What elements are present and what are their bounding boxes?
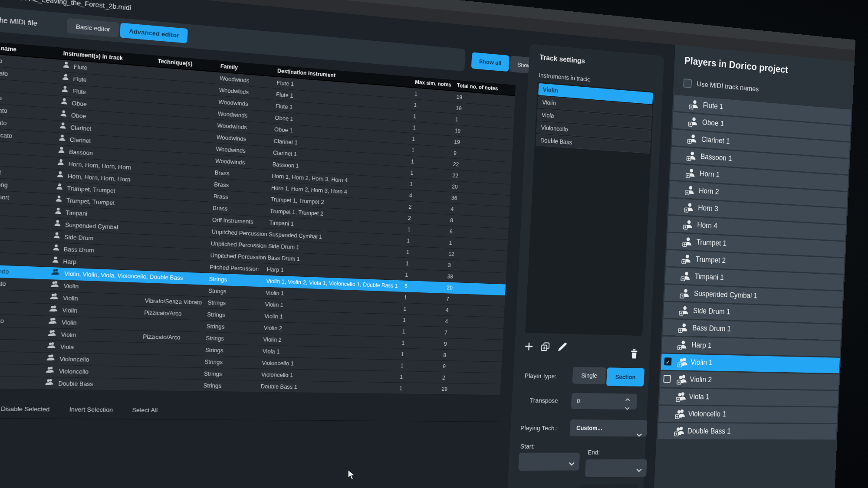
end-dropdown[interactable]	[585, 459, 647, 477]
tab-basic-editor[interactable]: Basic editor	[67, 18, 119, 38]
player-name: Viola 1	[689, 393, 710, 401]
instruments-in-track-label: Instruments in track:	[539, 72, 591, 83]
family: Strings	[205, 344, 263, 357]
technique: Pizzicato/Arco	[142, 331, 206, 344]
midi-track-name: Violins 2 pizz	[0, 326, 48, 341]
group-player-icon	[51, 267, 61, 280]
player-name: Clarinet 1	[701, 135, 730, 146]
player-name: Violin 2	[690, 375, 712, 384]
single-player-icon	[55, 194, 63, 206]
single-player-icon	[52, 243, 60, 255]
technique	[141, 373, 204, 373]
add-instrument-icon[interactable]	[524, 342, 534, 353]
max-sim-notes: 1	[402, 314, 445, 327]
technique	[156, 97, 218, 102]
end-label: End:	[588, 449, 600, 455]
track-settings-title: Track settings	[539, 53, 585, 66]
family: Strings	[206, 321, 264, 334]
stepper-down-icon[interactable]	[625, 404, 630, 411]
column-header-max-sim-notes[interactable]: Max sim. notes	[415, 79, 457, 88]
max-sim-notes: 1	[405, 258, 448, 271]
chevron-down-icon	[569, 460, 575, 468]
instruments-in-track: Violoncello	[46, 353, 142, 367]
max-sim-notes: 1	[399, 383, 442, 394]
family: Strings	[203, 380, 261, 392]
player-list-item[interactable]: Violin 2	[660, 371, 839, 390]
player-name: Bassoon 1	[700, 152, 732, 163]
use-midi-track-names-row: Use MIDI track names	[683, 79, 759, 94]
select-all-button[interactable]: Select All	[132, 406, 158, 413]
invert-selection-button[interactable]: Invert Selection	[69, 406, 113, 413]
mouse-cursor	[347, 469, 357, 481]
player-type-section[interactable]: Section	[606, 367, 644, 386]
family: Strings	[207, 309, 265, 322]
percussion-map-dropdown[interactable]	[578, 484, 638, 488]
single-player-icon	[59, 121, 67, 133]
technique	[149, 217, 212, 220]
technique	[141, 361, 204, 362]
chevron-down-icon	[636, 466, 642, 474]
editor-mode-toggle: Basic editorAdvanced editor	[67, 18, 188, 43]
column-header-total-no-of-notes[interactable]: Total no. of notes	[457, 82, 516, 93]
single-player-icon	[59, 108, 68, 121]
group-player-icon	[49, 304, 59, 317]
single-player-icon	[60, 96, 69, 109]
stepper-up-icon[interactable]	[625, 395, 630, 403]
delete-instrument-icon[interactable]	[630, 349, 639, 360]
instruments-in-track: Double Bass	[45, 377, 141, 391]
use-midi-track-names-checkbox[interactable]	[683, 79, 692, 88]
midi-track-name: DB	[0, 376, 45, 390]
midi-track-name: Violas short	[0, 338, 47, 353]
midi-track-name: Violins 1 pizz	[0, 301, 49, 316]
players-panel-title: Players in Dorico project	[684, 55, 789, 75]
total-notes: 7	[444, 327, 503, 340]
player-list-item[interactable]: ✓Violin 1	[661, 354, 840, 373]
transpose-stepper[interactable]	[625, 395, 630, 411]
max-sim-notes: 1	[405, 269, 448, 282]
playing-tech-dropdown[interactable]: Custom...	[570, 419, 648, 436]
player-list-item[interactable]: Violoncello 1	[658, 406, 838, 423]
track-settings-panel: Track settings Instruments in track: Vio…	[505, 44, 664, 488]
player-type-single[interactable]: Single	[572, 367, 606, 384]
total-notes: 9	[443, 361, 502, 373]
playing-tech-value: Custom...	[576, 425, 602, 432]
tracks-from-midi-label: Tracks from the MIDI file	[0, 12, 38, 27]
disable-selected-button[interactable]: Disable Selected	[1, 405, 50, 413]
column-header-family[interactable]: Family	[220, 63, 277, 74]
selection-buttons: Enable SelectedDisable SelectedInvert Se…	[0, 398, 500, 422]
playing-tech-label: Playing Tech.:	[520, 424, 558, 432]
duplicate-instrument-icon[interactable]	[540, 342, 550, 354]
players-panel: Players in Dorico project Use MIDI track…	[651, 45, 855, 488]
filter-button-show-all[interactable]: Show all	[471, 52, 510, 72]
column-header-midi-track-name[interactable]: MIDI track name	[0, 43, 63, 57]
family: Strings	[204, 368, 262, 380]
player-name: Oboe 1	[702, 118, 724, 128]
player-list-item[interactable]: Viola 1	[659, 388, 838, 406]
section-player-add-icon	[673, 426, 685, 442]
player-list-item[interactable]: Harp 1	[662, 337, 841, 357]
midi-track-name: Violins 2 staccato	[0, 314, 49, 328]
player-name: Flute 1	[703, 101, 723, 111]
technique	[148, 253, 210, 255]
group-player-icon	[47, 328, 57, 341]
technique	[140, 385, 203, 386]
column-header-technique-s-[interactable]: Technique(s)	[158, 58, 220, 69]
total-notes: 9	[444, 338, 503, 351]
tab-advanced-editor[interactable]: Advanced editor	[120, 23, 188, 43]
use-midi-track-names-label: Use MIDI track names	[697, 80, 759, 93]
instruments-listbox[interactable]: ViolinViolinViolaVioloncelloDouble Bass	[525, 82, 654, 336]
technique: Vibrato/Senza Vibrato	[145, 295, 208, 309]
single-player-icon	[54, 206, 62, 219]
edit-instrument-icon[interactable]	[557, 342, 567, 354]
single-player-icon	[62, 60, 70, 72]
player-name: Double Bass 1	[687, 427, 731, 435]
max-sim-notes: 1	[406, 246, 449, 259]
player-checkbox[interactable]	[663, 375, 671, 383]
single-player-icon	[57, 145, 66, 158]
single-player-icon	[58, 133, 66, 146]
player-list-item[interactable]: Double Bass 1	[658, 423, 837, 439]
player-name: Violoncello 1	[688, 409, 726, 418]
start-dropdown[interactable]	[518, 453, 580, 471]
player-name: Horn 3	[698, 203, 718, 213]
player-checkbox[interactable]: ✓	[664, 357, 671, 365]
